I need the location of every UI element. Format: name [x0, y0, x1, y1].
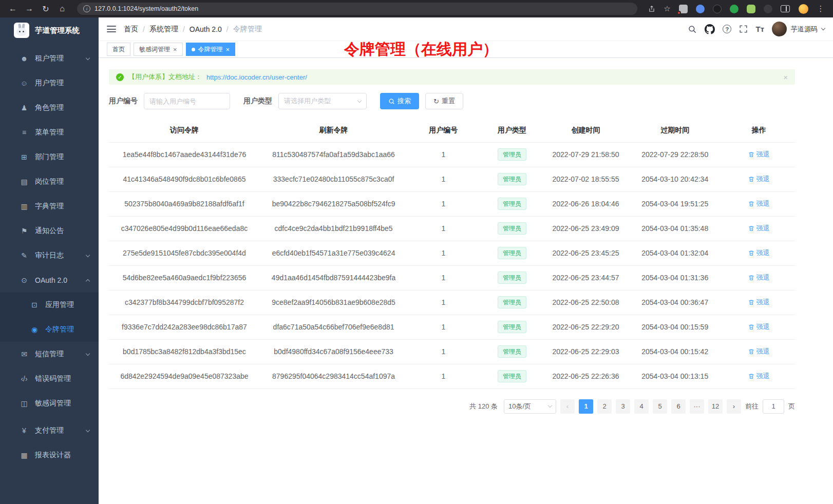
user-dropdown[interactable]: 芋道源码 [772, 22, 825, 36]
force-logout-button[interactable]: 强退 [748, 175, 770, 184]
force-logout-button[interactable]: 强退 [748, 372, 770, 381]
sidebar-item-token-management[interactable]: ◉ 令牌管理 [0, 317, 99, 342]
search-icon [388, 98, 395, 105]
trash-icon [748, 275, 754, 281]
browser-menu-icon[interactable]: ⋮ [815, 3, 827, 15]
font-size-icon[interactable]: Tт [755, 25, 764, 33]
sidebar-item-audit-log[interactable]: ✎ 审计日志 [0, 243, 99, 268]
pinned-extension-icon[interactable] [696, 5, 705, 13]
github-icon[interactable] [705, 24, 715, 34]
sidebar-item-post-management[interactable]: ▤ 岗位管理 [0, 169, 99, 194]
force-logout-button[interactable]: 强退 [748, 224, 770, 233]
cell-actions: 强退 [723, 364, 795, 389]
error-code-icon: ‹/› [20, 375, 29, 383]
cell-access-token: 41c41346a548490f9dc8b01c6bfe0865 [109, 167, 260, 191]
pinned-extension-icon[interactable] [730, 5, 739, 13]
breadcrumb-system[interactable]: 系统管理 [149, 25, 178, 34]
user-type-select[interactable]: 请选择用户类型 [278, 93, 367, 109]
force-logout-button[interactable]: 强退 [748, 298, 770, 307]
page-size-select[interactable]: 10条/页 [504, 399, 556, 414]
tab-split-icon[interactable] [781, 5, 790, 12]
token-table: 访问令牌 刷新令牌 用户编号 用户类型 创建时间 过期时间 操作 1ea5e44… [109, 119, 795, 389]
prev-page-button[interactable]: ‹ [560, 399, 575, 414]
goto-page-input[interactable] [763, 399, 784, 414]
next-page-button[interactable]: › [727, 399, 741, 414]
tab-token-management[interactable]: 令牌管理 × [186, 43, 236, 56]
fullscreen-icon[interactable] [739, 25, 748, 33]
sidebar-item-role-management[interactable]: ♟ 角色管理 [0, 95, 99, 120]
user-type-badge: 管理员 [498, 321, 526, 333]
sidebar-item-tenant-management[interactable]: ☻ 租户管理 [0, 46, 99, 71]
tab-home[interactable]: 首页 [107, 43, 130, 56]
close-icon[interactable]: × [173, 46, 177, 53]
sidebar-item-application-management[interactable]: ⊡ 应用管理 [0, 293, 99, 317]
search-icon[interactable] [688, 25, 697, 34]
breadcrumb-home[interactable]: 首页 [124, 25, 138, 34]
app-title: 芋道管理系统 [35, 26, 80, 35]
sidebar-item-label: 支付管理 [35, 426, 64, 435]
page-button-4[interactable]: 4 [634, 399, 649, 414]
sidebar-item-notice-announcement[interactable]: ⚑ 通知公告 [0, 219, 99, 243]
cell-expire-time: 2054-03-04 01:35:48 [627, 216, 723, 241]
cell-access-token: 1ea5e44f8bc1467aaede43144f31de76 [109, 142, 260, 167]
sidebar-item-sms-management[interactable]: ✉ 短信管理 [0, 342, 99, 366]
doc-link[interactable]: https://doc.iocoder.cn/user-center/ [206, 73, 307, 81]
force-logout-button[interactable]: 强退 [748, 150, 770, 159]
app-logo[interactable]: 芋道管理系统 [0, 17, 99, 43]
tab-sensitive-words[interactable]: 敏感词管理 × [134, 43, 183, 56]
bookmark-star-icon[interactable]: ☆ [661, 3, 673, 15]
sidebar-item-error-code-management[interactable]: ‹/› 错误码管理 [0, 366, 99, 391]
browser-home-icon[interactable]: ⌂ [55, 2, 69, 15]
sidebar-item-label: 部门管理 [35, 152, 64, 162]
cell-actions: 强退 [723, 216, 795, 241]
force-logout-button[interactable]: 强退 [748, 347, 770, 356]
page-button-5[interactable]: 5 [653, 399, 667, 414]
sidebar-item-sensitive-word-management[interactable]: ◫ 敏感词管理 [0, 391, 99, 416]
page-button-6[interactable]: 6 [671, 399, 686, 414]
user-id-input[interactable] [144, 93, 230, 109]
goto-label: 前往 [745, 402, 759, 411]
page-ellipsis-button[interactable]: ··· [690, 399, 704, 414]
help-question-icon[interactable]: ? [723, 25, 731, 33]
browser-reload-icon[interactable]: ↻ [39, 2, 52, 15]
cell-actions: 强退 [723, 265, 795, 290]
pinned-extension-icon[interactable] [713, 5, 722, 13]
breadcrumb-oauth2[interactable]: OAuth 2.0 [190, 25, 222, 33]
sidebar-item-oauth2[interactable]: ⊙ OAuth 2.0 [0, 268, 99, 293]
address-bar[interactable]: i 127.0.0.1:1024/system/oauth2/token [77, 3, 637, 15]
sidebar-item-user-management[interactable]: ☺ 用户管理 [0, 71, 99, 95]
cell-expire-time: 2054-03-04 01:31:36 [627, 265, 723, 290]
reset-button[interactable]: ↻ 重置 [425, 93, 463, 109]
page-button-3[interactable]: 3 [616, 399, 630, 414]
page-button-2[interactable]: 2 [597, 399, 612, 414]
sidebar-item-payment-management[interactable]: ¥ 支付管理 [0, 418, 99, 443]
col-user-type: 用户类型 [479, 119, 544, 142]
force-logout-button[interactable]: 强退 [748, 273, 770, 282]
cell-user-type: 管理员 [479, 265, 544, 290]
pinned-extension-icon[interactable] [679, 5, 688, 13]
page-unit-label: 页 [788, 402, 795, 411]
user-id-label: 用户编号 [109, 96, 138, 106]
sidebar-item-report-designer[interactable]: ▦ 报表设计器 [0, 443, 99, 468]
sidebar-item-dictionary-management[interactable]: ▥ 字典管理 [0, 194, 99, 219]
search-button[interactable]: 搜索 [380, 93, 419, 109]
pinned-extension-icon[interactable] [764, 5, 772, 13]
force-logout-button[interactable]: 强退 [748, 248, 770, 258]
page-button-12[interactable]: 12 [708, 399, 723, 414]
close-icon[interactable]: × [226, 46, 230, 53]
close-icon[interactable]: × [783, 73, 788, 82]
sidebar-item-department-management[interactable]: ⊞ 部门管理 [0, 145, 99, 169]
post-badge-icon: ▤ [20, 178, 29, 186]
browser-forward-icon[interactable]: → [23, 2, 36, 15]
share-icon[interactable] [646, 3, 658, 15]
sidebar-item-menu-management[interactable]: ≡ 菜单管理 [0, 120, 99, 145]
sensitive-words-icon: ◫ [20, 399, 29, 408]
force-logout-button[interactable]: 强退 [748, 199, 770, 208]
browser-profile-avatar[interactable] [799, 4, 808, 14]
site-info-icon[interactable]: i [83, 5, 90, 12]
browser-back-icon[interactable]: ← [6, 2, 20, 15]
sidebar-fold-icon[interactable] [107, 26, 116, 32]
force-logout-button[interactable]: 强退 [748, 322, 770, 332]
page-button-1[interactable]: 1 [579, 399, 593, 414]
extensions-puzzle-icon[interactable] [747, 5, 755, 13]
